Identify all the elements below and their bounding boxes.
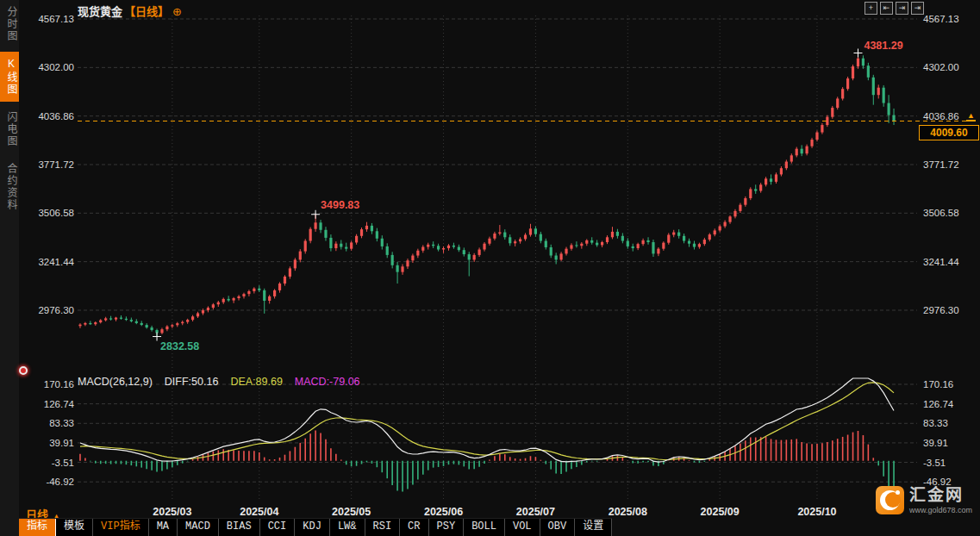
svg-text:3506.58: 3506.58 [38,208,74,218]
toolbar-item-模板[interactable]: 模板 [56,519,93,536]
toolbar-item-OBV[interactable]: OBV [540,519,576,536]
logo-url: www.gold678.com [909,506,972,514]
svg-text:39.91: 39.91 [49,438,74,448]
crosshair-icon[interactable]: + [865,2,877,15]
toolbar-item-VIP指标[interactable]: VIP指标 [93,519,149,536]
svg-text:4567.13: 4567.13 [923,14,959,24]
svg-text:-3.51: -3.51 [52,458,74,468]
high-price-annotation: 4381.29 [864,40,902,52]
svg-text:2976.30: 2976.30 [923,305,959,315]
price-annotations: 2832.583499.834381.29 [153,40,903,352]
chart-title: 现货黄金【日线】⊕ [78,3,182,19]
x-axis-month-label: 2025/10 [797,506,836,518]
svg-text:83.33: 83.33 [923,418,948,428]
toolbar-item-CCI[interactable]: CCI [260,519,296,536]
toolbar-item-MACD[interactable]: MACD [178,519,219,536]
go-latest-icon[interactable]: ⇥ [911,2,924,15]
site-logo: 汇金网 www.gold678.com [876,486,972,514]
x-axis-month-label: 2025/06 [424,506,463,518]
interval-tag: 【日线】 [124,5,169,18]
chart-canvas[interactable]: 4567.134567.134302.004302.004036.864036.… [0,0,980,536]
toolbar-item-LW&[interactable]: LW& [330,519,365,536]
svg-text:39.91: 39.91 [923,438,948,448]
svg-text:170.16: 170.16 [923,379,953,390]
high-price-annotation: 3499.83 [321,199,359,211]
x-axis-month-label: 2025/03 [153,506,191,518]
symbol-name: 现货黄金 [78,5,122,18]
macd-indicator-row: MACD(26,12,9)DIFF:50.16DEA:89.69MACD:-79… [78,376,372,388]
svg-text:4302.00: 4302.00 [923,62,959,72]
toolbar-item-设置[interactable]: 设置 [575,519,612,536]
svg-text:3241.44: 3241.44 [923,257,959,267]
current-price-badge: 4009.60 [919,125,979,140]
macd-diff-value: DIFF:50.16 [165,376,219,388]
toolbar-item-VOL[interactable]: VOL [505,519,540,536]
x-axis-month-label: 2025/05 [332,506,371,518]
svg-text:126.74: 126.74 [44,399,75,409]
main-gridlines: 4567.134567.134302.004302.004036.864036.… [38,14,959,315]
indicator-toolbar: 指标模板VIP指标MAMACDBIASCCIKDJLW&RSICRPSYBOLL… [19,518,612,536]
macd-title: MACD(26,12,9) [78,376,153,388]
low-price-annotation: 2832.58 [160,340,199,352]
toolbar-item-BIAS[interactable]: BIAS [219,519,260,536]
svg-text:2976.30: 2976.30 [38,305,74,315]
x-axis-month-label: 2025/09 [701,506,740,518]
svg-text:3771.72: 3771.72 [38,159,74,170]
logo-name: 汇金网 [909,486,972,505]
svg-text:-46.92: -46.92 [46,477,74,487]
svg-text:3506.58: 3506.58 [923,208,959,218]
toolbar-item-MA[interactable]: MA [149,519,178,536]
svg-text:3241.44: 3241.44 [38,257,74,267]
macd-lines [80,378,894,462]
macd-histogram [80,431,894,496]
price-up-arrow-icon: ▲ [966,111,976,122]
toolbar-item-KDJ[interactable]: KDJ [295,519,330,536]
macd-dea-value: DEA:89.69 [230,376,282,388]
toolbar-item-CR[interactable]: CR [400,519,428,536]
zoom-in-x-icon[interactable]: ⇤ [880,2,893,15]
logo-mark-icon [876,486,904,514]
zoom-out-x-icon[interactable]: ⇥ [896,2,908,15]
svg-text:4567.13: 4567.13 [38,14,74,24]
toolbar-item-BOLL[interactable]: BOLL [464,519,505,536]
svg-text:83.33: 83.33 [49,418,74,428]
trading-app: 分时图K线图闪电图合约资料 现货黄金【日线】⊕ +⇤⇥⇥ 4567.134567… [0,0,980,536]
svg-text:4036.86: 4036.86 [923,111,959,122]
svg-text:4302.00: 4302.00 [38,62,74,72]
svg-text:4036.86: 4036.86 [38,111,74,122]
chart-toolbar-icons: +⇤⇥⇥ [865,2,924,15]
svg-text:-3.51: -3.51 [923,458,946,468]
toolbar-item-PSY[interactable]: PSY [429,519,465,536]
svg-text:3771.72: 3771.72 [923,159,959,170]
add-indicator-icon[interactable]: ⊕ [172,5,182,18]
x-axis-month-label: 2025/08 [609,506,647,518]
toolbar-item-指标[interactable]: 指标 [19,519,56,536]
svg-text:126.74: 126.74 [923,399,954,409]
x-axis-month-label: 2025/07 [516,506,555,518]
toolbar-item-RSI[interactable]: RSI [365,519,401,536]
candlesticks [78,53,895,336]
x-axis-month-label: 2025/04 [240,506,278,518]
macd-macd-value: MACD:-79.06 [295,376,360,388]
svg-text:170.16: 170.16 [44,379,74,390]
